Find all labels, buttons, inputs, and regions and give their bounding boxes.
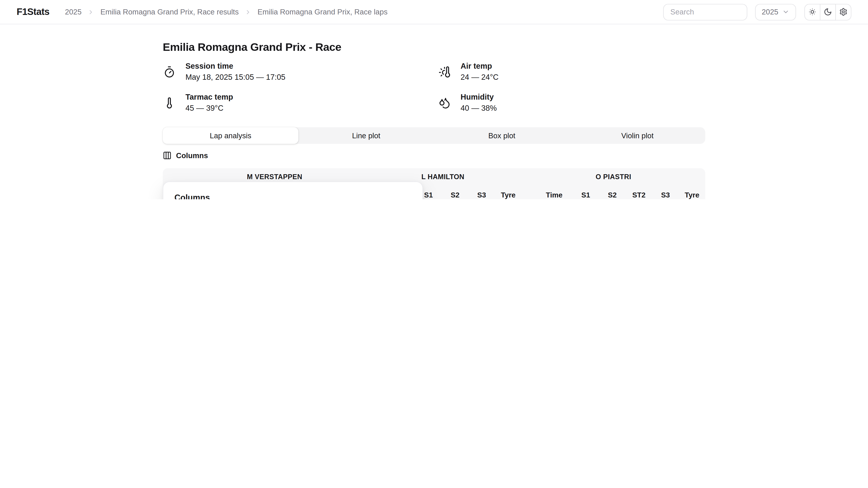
column-header-tyre: Tyre xyxy=(679,185,705,199)
dark-theme-button[interactable] xyxy=(820,4,836,20)
column-header-s2: S2 xyxy=(599,185,626,199)
column-header-s3: S3 xyxy=(652,185,679,199)
app-window: F1Stats 2025Emilia Romagna Grand Prix, R… xyxy=(0,0,868,199)
main-content: Emilia Romagna Grand Prix - Race Session… xyxy=(163,41,705,199)
top-navigation-bar: F1Stats 2025Emilia Romagna Grand Prix, R… xyxy=(0,0,868,24)
column-header-time: Time xyxy=(536,185,572,199)
breadcrumb-item[interactable]: Emilia Romagna Grand Prix, Race laps xyxy=(257,8,388,16)
column-header-s1: S1 xyxy=(572,185,599,199)
tab-box-plot[interactable]: Box plot xyxy=(434,127,569,144)
chevron-right-icon xyxy=(88,8,94,15)
tab-lap-analysis[interactable]: Lap analysis xyxy=(163,127,298,144)
session-info-label: Humidity xyxy=(461,91,497,102)
chevron-down-icon xyxy=(782,8,789,15)
columns-icon xyxy=(163,151,172,160)
plot-tabs: Lap analysisLine plotBox plotViolin plot xyxy=(163,127,705,144)
checkbox-column-header xyxy=(522,185,536,199)
columns-button-label: Columns xyxy=(176,151,208,160)
thermometer-icon xyxy=(163,96,176,109)
moon-icon xyxy=(824,8,832,16)
column-header-s2: S2 xyxy=(442,185,468,199)
search-input[interactable] xyxy=(663,4,747,20)
columns-popover-title: Columns xyxy=(174,193,411,199)
breadcrumb-item[interactable]: Emilia Romagna Grand Prix, Race results xyxy=(100,8,239,16)
page-title: Emilia Romagna Grand Prix - Race xyxy=(163,41,705,54)
columns-popover: Columns M VERSTAPPEN, Time L HAMILTON, T… xyxy=(163,182,423,199)
session-info-label: Tarmac temp xyxy=(185,91,233,102)
session-info-value: 40 — 38% xyxy=(461,102,497,114)
session-info-item: Humidity 40 — 38% xyxy=(438,91,705,114)
chevron-right-icon xyxy=(245,8,251,15)
session-info-label: Session time xyxy=(185,60,285,71)
breadcrumb: 2025Emilia Romagna Grand Prix, Race resu… xyxy=(65,8,388,16)
settings-button[interactable] xyxy=(835,4,851,20)
columns-button[interactable]: Columns xyxy=(163,151,208,160)
thermometer-sun-icon xyxy=(438,66,451,78)
theme-toggle-group xyxy=(804,4,851,20)
session-info-item: Tarmac temp 45 — 39°C xyxy=(163,91,438,114)
light-theme-button[interactable] xyxy=(804,4,820,20)
droplets-icon xyxy=(438,96,451,109)
driver-group-header: O PIASTRI xyxy=(522,168,705,185)
breadcrumb-item[interactable]: 2025 xyxy=(65,8,82,16)
sun-icon xyxy=(808,8,817,16)
session-info-value: 24 — 24°C xyxy=(461,71,499,83)
gear-icon xyxy=(839,8,848,16)
column-header-s3: S3 xyxy=(468,185,495,199)
year-selector-value: 2025 xyxy=(762,8,778,16)
tab-line-plot[interactable]: Line plot xyxy=(298,127,434,144)
session-info-item: Session time May 18, 2025 15:05 — 17:05 xyxy=(163,60,438,83)
session-info-label: Air temp xyxy=(461,60,499,71)
timer-icon xyxy=(163,66,176,78)
session-info-value: 45 — 39°C xyxy=(185,102,233,114)
session-info-value: May 18, 2025 15:05 — 17:05 xyxy=(185,71,285,83)
column-header-st2: ST2 xyxy=(626,185,652,199)
session-info: Session time May 18, 2025 15:05 — 17:05 … xyxy=(163,60,705,114)
year-selector[interactable]: 2025 xyxy=(755,4,796,20)
session-info-item: Air temp 24 — 24°C xyxy=(438,60,705,83)
app-logo: F1Stats xyxy=(17,6,49,18)
tab-violin-plot[interactable]: Violin plot xyxy=(569,127,705,144)
column-header-tyre: Tyre xyxy=(495,185,522,199)
